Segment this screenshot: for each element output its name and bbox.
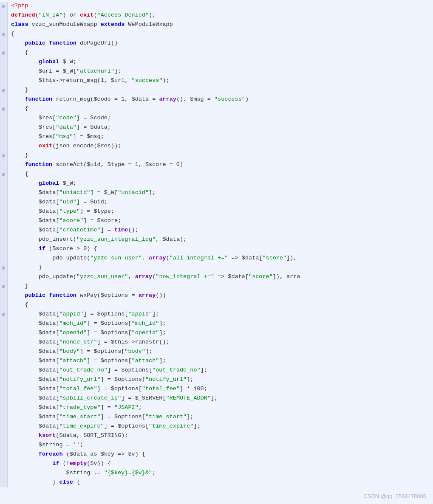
line-gutter — [0, 431, 8, 441]
line-gutter — [0, 86, 8, 95]
line-gutter — [0, 301, 8, 310]
code-line: $data["spbill_create_ip"] = $_SERVER["RE… — [0, 394, 433, 403]
line-gutter — [0, 179, 8, 189]
code-line: $data["mch_id"] = $options["mch_id"]; — [0, 319, 433, 329]
line-gutter — [0, 478, 8, 487]
line-code: $data["uid"] = $uid; — [8, 198, 433, 207]
code-block: <?phpdefined("IN_IA") or exit("Access De… — [0, 0, 433, 489]
line-gutter — [0, 189, 8, 198]
code-line: if ($score > 0) { — [0, 245, 433, 254]
line-code: exit(json_encode($res)); — [8, 142, 433, 151]
code-line: foreach ($data as $key => $v) { — [0, 450, 433, 459]
line-gutter — [0, 123, 8, 132]
line-code: $this->return_msg(1, $url, "success"); — [8, 76, 433, 85]
line-gutter — [0, 347, 8, 357]
line-gutter — [0, 114, 8, 123]
line-gutter — [0, 282, 8, 291]
code-line: function scoreAct($uid, $type = 1, $scor… — [0, 160, 433, 170]
code-line: { — [0, 48, 433, 58]
line-code: $data["openid"] = $options["openid"]; — [8, 329, 433, 338]
line-gutter — [0, 385, 8, 394]
line-gutter — [0, 235, 8, 245]
line-code: ksort($data, SORT_STRING); — [8, 431, 433, 440]
gutter-indicator — [2, 89, 5, 92]
line-gutter — [0, 441, 8, 450]
line-gutter — [0, 207, 8, 217]
line-code: if (!empty($v)) { — [8, 459, 433, 468]
code-line: class yzzc_sunModuleWxapp extends WeModu… — [0, 20, 433, 30]
line-code: $data["mch_id"] = $options["mch_id"]; — [8, 319, 433, 328]
line-gutter — [0, 338, 8, 347]
line-code: public function wxPay($options = array()… — [8, 291, 433, 300]
line-gutter — [0, 104, 8, 114]
line-code: { — [8, 48, 433, 57]
code-line: pdo_insert("yzzc_sun_integral_log", $dat… — [0, 235, 433, 245]
code-line: <?php — [0, 2, 433, 11]
code-line: { — [0, 301, 433, 310]
line-code: $data["out_trade_no"] = $options["out_tr… — [8, 366, 433, 375]
line-gutter — [0, 375, 8, 385]
code-line: public function doPageUrl() — [0, 39, 433, 48]
line-code: class yzzc_sunModuleWxapp extends WeModu… — [8, 20, 433, 29]
code-line: $data["attach"] = $options["attach"]; — [0, 357, 433, 366]
gutter-indicator — [2, 266, 5, 270]
line-gutter — [0, 30, 8, 39]
gutter-indicator — [2, 285, 5, 288]
code-line: $data["time_start"] = $options["time_sta… — [0, 413, 433, 422]
code-line: pdo_update("yzzc_sun_user", array("all_i… — [0, 254, 433, 263]
line-code: function return_msg($code = 1, $data = a… — [8, 95, 433, 104]
line-gutter — [0, 291, 8, 301]
code-line: } — [0, 282, 433, 291]
line-gutter — [0, 469, 8, 478]
line-gutter — [0, 319, 8, 329]
code-line: $data["total_fee"] = $options["total_fee… — [0, 385, 433, 394]
code-line: $res["data"] = $data; — [0, 123, 433, 132]
line-code: } — [8, 282, 433, 291]
code-line: ksort($data, SORT_STRING); — [0, 431, 433, 441]
code-line: defined("IN_IA") or exit("Access Denied"… — [0, 11, 433, 20]
line-gutter — [0, 58, 8, 67]
line-code: function scoreAct($uid, $type = 1, $scor… — [8, 160, 433, 169]
line-code: $url = $_W["attachurl"]; — [8, 67, 433, 76]
code-line: $data["type"] = $type; — [0, 207, 433, 217]
line-gutter — [0, 11, 8, 20]
code-line: $data["uid"] = $uid; — [0, 198, 433, 207]
line-gutter — [0, 226, 8, 235]
code-line: $data["body"] = $options["body"]; — [0, 347, 433, 357]
code-line: } — [0, 86, 433, 95]
code-line: $data["appid"] = $options["appid"]; — [0, 310, 433, 319]
code-line: $res["code"] = $code; — [0, 114, 433, 123]
code-container: <?phpdefined("IN_IA") or exit("Access De… — [0, 0, 433, 504]
code-line: $this->return_msg(1, $url, "success"); — [0, 76, 433, 86]
line-gutter — [0, 142, 8, 151]
line-code: $data["score"] = $score; — [8, 217, 433, 225]
line-code: pdo_update("yzzc_sun_user", array("now_i… — [8, 273, 433, 282]
line-gutter — [0, 366, 8, 375]
line-gutter — [0, 263, 8, 273]
line-gutter — [0, 394, 8, 403]
line-code: $data["attach"] = $options["attach"]; — [8, 357, 433, 366]
line-code: global $_W; — [8, 58, 433, 67]
code-line: { — [0, 170, 433, 179]
line-code: $string = ''; — [8, 441, 433, 450]
code-line: $data["uniacid"] = $_W["uniacid"]; — [0, 189, 433, 198]
code-line: $res["msg"] = $msg; — [0, 132, 433, 142]
code-line: exit(json_encode($res)); — [0, 142, 433, 151]
line-code: { — [8, 30, 433, 39]
line-code: $data["total_fee"] = $options["total_fee… — [8, 385, 433, 394]
line-code: } — [8, 86, 433, 95]
line-code: $data["type"] = $type; — [8, 207, 433, 216]
line-gutter — [0, 198, 8, 207]
line-gutter — [0, 413, 8, 422]
code-line: $data["notify_url"] = $options["notify_u… — [0, 375, 433, 385]
line-code: public function doPageUrl() — [8, 39, 433, 48]
code-line: $data["out_trade_no"] = $options["out_tr… — [0, 366, 433, 375]
line-code: { — [8, 170, 433, 179]
gutter-indicator — [2, 313, 5, 316]
line-gutter — [0, 422, 8, 431]
line-code: } — [8, 151, 433, 160]
code-line: $data["trade_type"] = "JSAPI"; — [0, 403, 433, 413]
line-code: $data["notify_url"] = $options["notify_u… — [8, 375, 433, 384]
line-gutter — [0, 459, 8, 469]
line-code: $res["data"] = $data; — [8, 123, 433, 132]
